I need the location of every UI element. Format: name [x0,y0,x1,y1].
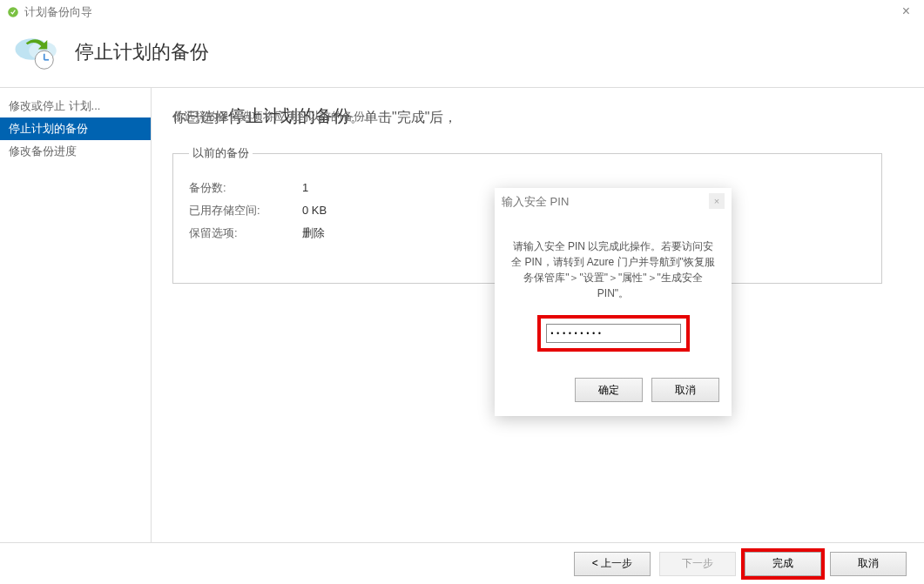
security-pin-input[interactable] [546,324,681,343]
sidebar-item-progress[interactable]: 修改备份进度 [0,140,151,163]
page-header: 停止计划的备份 [0,24,924,87]
page-title: 停止计划的备份 [75,39,209,65]
label-storage: 已用存储空间: [189,203,302,218]
sidebar-item-modify-stop[interactable]: 修改或停止 计划... [0,95,151,117]
pin-ok-button[interactable]: 确定 [575,378,643,402]
label-backup-count: 备份数: [189,180,302,196]
previous-button[interactable]: < 上一步 [574,552,651,576]
label-retention: 保留选项: [189,225,302,241]
cancel-button[interactable]: 取消 [830,552,907,576]
pin-dialog-header: × [495,188,732,214]
sidebar-item-stop-backup[interactable]: 停止计划的备份 [0,117,151,140]
close-icon[interactable]: × [895,2,917,21]
wizard-steps-sidebar: 修改或停止 计划... 停止计划的备份 修改备份进度 [0,88,152,542]
pin-dialog-buttons: 确定 取消 [495,369,732,416]
value-retention: 删除 [302,225,325,241]
pin-cancel-button[interactable]: 取消 [651,378,719,402]
pin-title-input[interactable] [502,195,709,208]
window-title: 计划备份向导 [24,4,92,20]
desc-line2: 你选择的保留选项将应用到以前的备份。 [172,109,376,124]
app-icon [7,6,19,18]
pin-dialog-body: 请输入安全 PIN 以完成此操作。若要访问安全 PIN，请转到 Azure 门户… [495,214,732,369]
pin-instruction-text: 请输入安全 PIN 以完成此操作。若要访问安全 PIN，请转到 Azure 门户… [510,238,716,301]
pin-input-highlight [537,315,690,352]
backup-wizard-icon [12,31,61,73]
value-storage: 0 KB [302,204,327,217]
wizard-footer: < 上一步 下一步 完成 取消 [0,542,924,584]
main-description: 你已选择停止计划的备份。单击"完成"后， 你选择的保留选项将应用到以前的备份。 [172,104,903,128]
titlebar: 计划备份向导 × [0,0,924,24]
pin-close-icon[interactable]: × [709,193,725,209]
value-backup-count: 1 [302,181,308,194]
next-button: 下一步 [659,552,736,576]
main-panel: 你已选择停止计划的备份。单击"完成"后， 你选择的保留选项将应用到以前的备份。 … [152,88,924,542]
finish-button[interactable]: 完成 [745,552,821,576]
security-pin-dialog: × 请输入安全 PIN 以完成此操作。若要访问安全 PIN，请转到 Azure … [495,188,732,416]
group-legend: 以前的备份 [189,145,253,161]
